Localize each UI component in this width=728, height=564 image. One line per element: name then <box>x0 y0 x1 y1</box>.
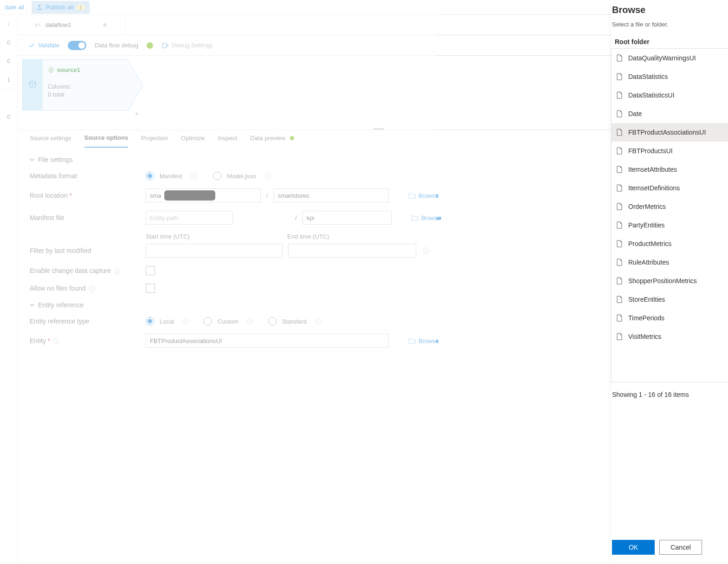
node-columns-label: Columns: <box>48 84 122 90</box>
validate-all-button[interactable]: date all <box>0 0 29 15</box>
info-icon[interactable]: i <box>247 318 253 324</box>
file-row[interactable]: FBTProductAssociationsUI <box>612 123 728 142</box>
label-end-time: End time (UTC) <box>287 233 426 240</box>
info-icon[interactable]: i <box>423 247 429 254</box>
enable-cdc-checkbox[interactable] <box>146 266 155 275</box>
node-handle[interactable] <box>22 59 42 110</box>
section-file-settings-label: File settings <box>38 156 73 163</box>
browse-manifest-button[interactable]: Browse <box>411 214 441 221</box>
tab-source-settings[interactable]: Source settings <box>30 135 71 147</box>
file-name: ShopperPositionMetrics <box>628 277 697 285</box>
file-icon <box>616 73 624 80</box>
debug-settings-button[interactable]: Debug Settings <box>161 42 213 49</box>
radio-manifest[interactable] <box>146 172 154 180</box>
browse-subtitle: Select a file or folder. <box>612 21 727 28</box>
file-name: ProductMetrics <box>628 240 671 247</box>
debug-settings-label: Debug Settings <box>172 42 213 49</box>
file-row[interactable]: DataStatisticsUI <box>612 86 728 104</box>
tab-source-options[interactable]: Source options <box>84 134 129 148</box>
settings-out-icon <box>161 42 169 49</box>
path-separator: / <box>295 214 297 221</box>
add-step-button[interactable]: + <box>135 110 139 118</box>
section-entity-reference-label: Entity reference <box>38 301 84 309</box>
rail-count-2[interactable]: 1 <box>0 71 17 89</box>
file-row[interactable]: FBTProductsUI <box>612 142 728 160</box>
validate-label: Validate <box>38 42 59 49</box>
tab-data-preview-label: Data preview <box>250 135 285 142</box>
info-icon[interactable]: i <box>191 173 197 179</box>
radio-modeljson-label: Model.json <box>227 173 256 180</box>
validate-button[interactable]: Validate <box>29 42 59 49</box>
source-node[interactable]: source1 Columns: 0 total <box>22 59 142 110</box>
file-row[interactable]: DataQualityWarningsUI <box>612 49 728 67</box>
file-row[interactable]: DataStatistics <box>612 67 728 86</box>
svg-rect-0 <box>162 43 167 48</box>
file-row[interactable]: RuleAttributes <box>612 253 728 272</box>
label-entity-ref-type: Entity reference type <box>30 318 146 325</box>
browse-entity-button[interactable]: Browse <box>408 337 438 344</box>
label-allow-no-files: Allow no files foundi <box>30 285 146 292</box>
radio-custom[interactable] <box>204 317 212 325</box>
folder-icon <box>411 214 419 221</box>
svg-point-1 <box>29 81 35 84</box>
cancel-button[interactable]: Cancel <box>659 540 702 555</box>
radio-local[interactable] <box>146 317 154 325</box>
entity-input[interactable] <box>146 334 389 348</box>
publish-all-button[interactable]: Publish all 1 <box>32 1 90 14</box>
datasource-icon <box>27 80 38 90</box>
radio-standard[interactable] <box>268 317 277 325</box>
file-icon <box>616 277 624 285</box>
file-name: DataStatisticsUI <box>628 91 675 99</box>
info-icon[interactable]: i <box>315 318 322 324</box>
file-row[interactable]: ItemsetAttributes <box>612 160 728 179</box>
file-name: Date <box>628 110 642 117</box>
rail-count-4[interactable]: 0 <box>0 108 17 126</box>
allow-no-files-checkbox[interactable] <box>146 284 155 293</box>
tab-inspect[interactable]: Inspect <box>218 135 237 147</box>
file-icon <box>616 240 624 247</box>
rail-collapse-toggle[interactable]: ‹ <box>0 15 17 33</box>
file-icon <box>616 259 624 266</box>
rail-count-3[interactable] <box>0 89 17 108</box>
file-icon <box>616 314 624 322</box>
file-row[interactable]: PartyEntities <box>612 216 728 234</box>
file-row[interactable]: StoreEntities <box>612 290 728 309</box>
entity-path-input[interactable] <box>146 211 233 225</box>
file-list[interactable]: DataQualityWarningsUIDataStatisticsDataS… <box>611 48 728 382</box>
tab-dataflow1[interactable]: dataflow1 <box>33 15 126 35</box>
file-row[interactable]: ItemsetDefinitions <box>612 179 728 197</box>
browse-root-button[interactable]: Browse <box>408 192 438 199</box>
ok-button[interactable]: OK <box>612 540 655 555</box>
file-row[interactable]: ProductMetrics <box>612 234 728 253</box>
info-icon[interactable]: i <box>53 338 59 344</box>
label-entity: Entity*i <box>30 337 146 345</box>
rail-count-1[interactable]: 0 <box>0 52 17 71</box>
end-time-input[interactable] <box>288 244 416 258</box>
radio-modeljson[interactable] <box>213 172 221 180</box>
folder-icon <box>408 337 416 344</box>
tab-optimize[interactable]: Optimize <box>181 135 205 147</box>
manifest-name-input[interactable] <box>303 211 392 225</box>
file-icon <box>616 91 624 99</box>
file-name: VisitMetrics <box>628 333 661 340</box>
tab-data-preview[interactable]: Data preview <box>250 135 294 147</box>
info-icon[interactable]: i <box>264 173 271 179</box>
chevron-down-icon <box>30 157 34 162</box>
file-row[interactable]: TimePeriods <box>612 309 728 327</box>
radio-custom-label: Custom <box>218 318 238 325</box>
start-time-input[interactable] <box>146 244 283 258</box>
file-row[interactable]: Date <box>612 104 728 123</box>
info-icon[interactable]: i <box>114 268 120 274</box>
rail-count-0[interactable]: 0 <box>0 33 17 52</box>
root-folder-header: Root folder <box>615 38 727 45</box>
file-name: DataQualityWarningsUI <box>628 54 696 62</box>
file-icon <box>616 184 624 192</box>
root-folder-input[interactable] <box>274 188 389 202</box>
tab-projection[interactable]: Projection <box>141 135 168 147</box>
debug-toggle[interactable] <box>68 41 86 50</box>
info-icon[interactable]: i <box>89 285 95 292</box>
info-icon[interactable]: i <box>182 318 189 324</box>
file-row[interactable]: VisitMetrics <box>612 327 728 346</box>
file-row[interactable]: ShopperPositionMetrics <box>612 272 728 290</box>
file-row[interactable]: OrderMetrics <box>612 197 728 216</box>
